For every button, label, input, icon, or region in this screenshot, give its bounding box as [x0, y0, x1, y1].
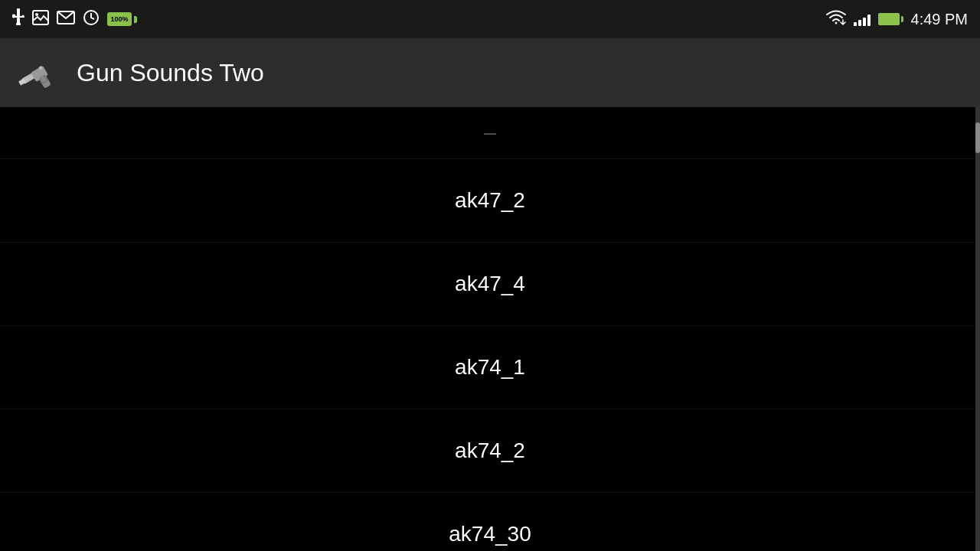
status-time: 4:49 PM [911, 11, 968, 28]
partial-item-label: _ [484, 111, 496, 135]
app-title: Gun Sounds Two [77, 59, 264, 87]
svg-point-3 [22, 15, 24, 17]
status-bar-right: 4:49 PM [826, 9, 968, 30]
mail-icon [57, 11, 75, 28]
sync-icon [83, 9, 100, 30]
svg-rect-4 [17, 18, 20, 24]
sound-item-label: ak47_2 [455, 188, 525, 213]
sound-item-label: ak74_30 [449, 522, 531, 546]
gallery-icon [32, 10, 49, 29]
sound-item-label: ak74_2 [455, 439, 525, 463]
app-header: Gun Sounds Two [0, 38, 980, 107]
sound-item-partial[interactable]: _ [0, 107, 980, 159]
svg-point-7 [35, 13, 38, 16]
battery-percentage: 100% [110, 15, 128, 23]
content-area: _ ak47_2 ak47_4 ak74_1 ak74_2 ak74_30 ak… [0, 107, 980, 551]
list-item[interactable]: ak47_2 [0, 159, 980, 243]
status-bar: 100% [0, 0, 980, 38]
wifi-icon [826, 9, 846, 30]
sound-list: _ ak47_2 ak47_4 ak74_1 ak74_2 ak74_30 ak… [0, 107, 980, 551]
app-icon [15, 48, 64, 97]
svg-rect-5 [16, 23, 21, 25]
list-item[interactable]: ak74_1 [0, 326, 980, 409]
sound-item-label: ak74_1 [455, 355, 525, 380]
usb-icon [12, 8, 24, 31]
status-bar-left: 100% [12, 8, 137, 31]
scrollbar[interactable] [975, 107, 980, 551]
battery-indicator: 100% [107, 12, 137, 26]
list-item[interactable]: ak47_4 [0, 243, 980, 326]
list-item[interactable]: ak74_2 [0, 409, 980, 493]
scrollbar-thumb[interactable] [975, 122, 980, 153]
list-item[interactable]: ak74_30 [0, 493, 980, 551]
battery-right [878, 13, 903, 25]
signal-bars [854, 12, 871, 26]
sound-item-label: ak47_4 [455, 272, 525, 296]
